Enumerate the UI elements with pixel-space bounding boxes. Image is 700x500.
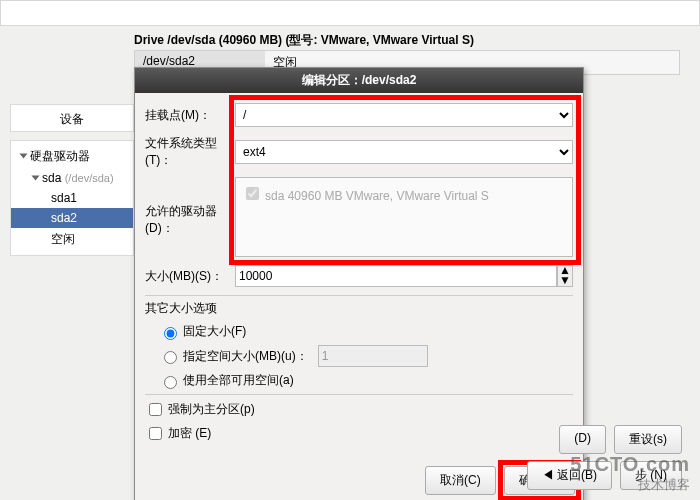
sidebar-header: 设备	[10, 104, 134, 132]
other-size-title: 其它大小选项	[145, 300, 573, 317]
dialog-buttons: 取消(C) 确定(O)	[135, 458, 583, 500]
expand-icon	[20, 154, 28, 159]
driver-checkbox	[246, 187, 259, 200]
size-input[interactable]	[235, 265, 557, 287]
opt-all-label: 使用全部可用空间(a)	[183, 372, 294, 389]
opt-range-label: 指定空间大小(MB)(u)：	[183, 348, 308, 365]
tree-root-label: 硬盘驱动器	[30, 149, 90, 163]
separator	[145, 394, 573, 395]
mount-label: 挂载点(M)：	[145, 107, 235, 124]
expand-icon	[32, 176, 40, 181]
opt-range-input	[318, 345, 428, 367]
tree-root[interactable]: 硬盘驱动器	[11, 145, 133, 168]
edit-partition-dialog: 编辑分区：/dev/sda2 挂载点(M)： / 文件系统类型(T)： ext4…	[134, 67, 584, 500]
tree-sda-label: sda	[42, 171, 61, 185]
tree-sda1[interactable]: sda1	[11, 188, 133, 208]
outer-buttons-1: (D) 重设(s)	[559, 425, 682, 454]
opt-fixed-radio[interactable]	[164, 327, 177, 340]
driver-list[interactable]: sda 40960 MB VMware, VMware Virtual S	[235, 177, 573, 257]
d-button[interactable]: (D)	[559, 425, 606, 454]
tree-sda-sub: (/dev/sda)	[65, 172, 114, 184]
app-header	[0, 0, 700, 26]
tree-sda2[interactable]: sda2	[11, 208, 133, 228]
reset-button[interactable]: 重设(s)	[614, 425, 682, 454]
device-tree: 硬盘驱动器 sda (/dev/sda) sda1 sda2 空闲	[10, 140, 134, 256]
separator	[145, 295, 573, 296]
cancel-button[interactable]: 取消(C)	[425, 466, 496, 495]
back-button[interactable]: ◀ 返回(B)	[527, 461, 612, 490]
encrypt-label: 加密 (E)	[168, 425, 211, 442]
encrypt-checkbox[interactable]	[149, 427, 162, 440]
fstype-select[interactable]: ext4	[235, 140, 573, 164]
next-button[interactable]: 步 (N)	[620, 461, 682, 490]
tree-sda[interactable]: sda (/dev/sda)	[11, 168, 133, 188]
size-spinner[interactable]: ▲▼	[557, 265, 573, 287]
tree-free[interactable]: 空闲	[11, 228, 133, 251]
drive-info-label: Drive /dev/sda (40960 MB) (型号: VMware, V…	[134, 32, 474, 49]
primary-label: 强制为主分区(p)	[168, 401, 255, 418]
opt-range-radio[interactable]	[164, 351, 177, 364]
opt-fixed-label: 固定大小(F)	[183, 323, 246, 340]
opt-all-radio[interactable]	[164, 376, 177, 389]
dialog-title: 编辑分区：/dev/sda2	[135, 68, 583, 93]
mount-select[interactable]: /	[235, 103, 573, 127]
outer-buttons-2: ◀ 返回(B) 步 (N)	[527, 461, 682, 490]
size-label: 大小(MB)(S)：	[145, 268, 235, 285]
fstype-label: 文件系统类型(T)：	[145, 135, 235, 169]
driver-label: 允许的驱动器(D)：	[145, 177, 235, 237]
primary-checkbox[interactable]	[149, 403, 162, 416]
driver-item-text: sda 40960 MB VMware, VMware Virtual S	[265, 189, 489, 203]
